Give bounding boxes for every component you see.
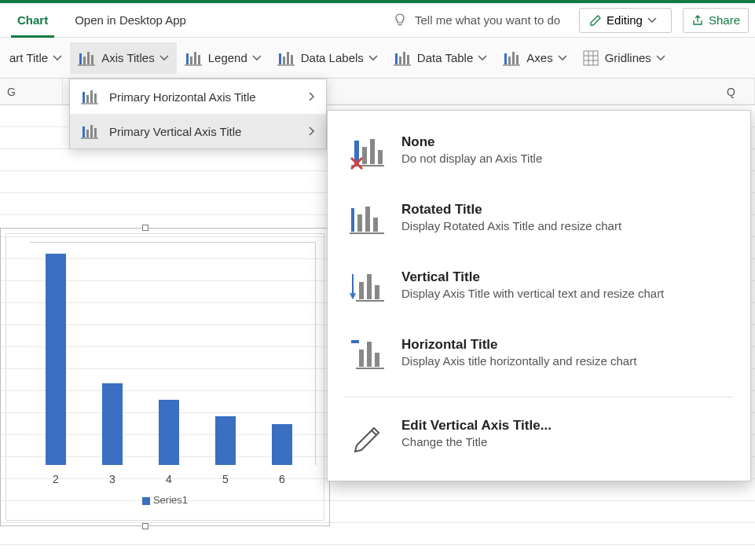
chevron-right-icon xyxy=(309,92,315,101)
chart-x-label: 3 xyxy=(109,473,115,485)
data-table-icon xyxy=(394,50,411,66)
pencil-icon xyxy=(589,14,602,27)
svg-rect-19 xyxy=(373,218,378,232)
data-labels-icon xyxy=(277,50,295,66)
gridlines-label: Gridlines xyxy=(605,51,651,64)
svg-rect-26 xyxy=(359,350,364,367)
chart-title-button[interactable]: art Title xyxy=(2,42,70,74)
menu-item-label: Primary Horizontal Axis Title xyxy=(109,90,256,104)
data-labels-label: Data Labels xyxy=(301,51,364,64)
axes-label: Axes xyxy=(526,51,552,64)
data-table-label: Data Table xyxy=(417,51,473,64)
share-icon xyxy=(691,14,704,27)
editing-label: Editing xyxy=(607,13,643,27)
chart-object[interactable]: 23456 Series1 xyxy=(0,228,330,526)
option-desc: Display Axis title horizontally and resi… xyxy=(401,354,636,368)
chart-bar xyxy=(46,254,66,465)
option-desc: Change the Title xyxy=(401,435,552,448)
svg-rect-23 xyxy=(375,285,379,299)
tab-chart[interactable]: Chart xyxy=(6,3,59,38)
axes-icon xyxy=(503,50,520,66)
vertical-axis-title-flyout: None Do not display an Axis Title Rotate… xyxy=(327,110,751,481)
menu-item-label: Primary Vertical Axis Title xyxy=(109,125,241,138)
option-title: Edit Vertical Axis Title... xyxy=(401,418,552,434)
chevron-down-icon xyxy=(53,55,62,61)
chart-bar xyxy=(159,400,179,465)
axes-button[interactable]: Axes xyxy=(495,42,574,74)
option-title: Rotated Title xyxy=(401,202,621,218)
tell-me-search[interactable]: Tell me what you want to do xyxy=(393,13,560,27)
legend-button[interactable]: Legend xyxy=(177,42,269,74)
tell-me-label: Tell me what you want to do xyxy=(415,13,560,27)
chart-bar xyxy=(215,416,236,465)
svg-rect-28 xyxy=(375,353,379,367)
resize-handle-bottom[interactable] xyxy=(142,523,148,529)
option-none[interactable]: None Do not display an Axis Title xyxy=(328,120,750,188)
gridlines-icon xyxy=(583,50,599,66)
option-rotated[interactable]: Rotated Title Display Rotated Axis Title… xyxy=(328,188,750,255)
horizontal-icon xyxy=(348,337,387,376)
svg-rect-17 xyxy=(357,214,362,232)
chart-x-label: 6 xyxy=(279,473,285,485)
separator xyxy=(345,397,733,397)
option-edit-title[interactable]: Edit Vertical Axis Title... Change the T… xyxy=(328,404,750,471)
svg-rect-16 xyxy=(351,208,354,232)
bars-icon xyxy=(81,123,98,139)
gridlines-button[interactable]: Gridlines xyxy=(575,42,673,74)
legend-label: Series1 xyxy=(153,494,188,506)
chart-canvas xyxy=(30,242,316,465)
tab-row: Chart Open in Desktop App Tell me what y… xyxy=(0,3,755,38)
chart-x-label: 5 xyxy=(222,473,229,485)
svg-rect-13 xyxy=(370,139,375,164)
vertical-icon xyxy=(348,269,387,309)
chart-x-label: 4 xyxy=(166,473,172,485)
none-icon xyxy=(348,134,387,174)
option-desc: Do not display an Axis Title xyxy=(401,152,542,165)
column-header-q[interactable]: Q xyxy=(708,79,755,104)
axis-titles-button[interactable]: Axis Titles xyxy=(70,42,177,74)
data-table-button[interactable]: Data Table xyxy=(386,42,495,74)
axis-titles-menu: Primary Horizontal Axis Title Primary Ve… xyxy=(69,79,327,149)
data-labels-button[interactable]: Data Labels xyxy=(269,42,386,74)
option-vertical[interactable]: Vertical Title Display Axis Title with v… xyxy=(328,255,750,323)
svg-rect-14 xyxy=(378,150,383,164)
share-label: Share xyxy=(709,13,740,27)
rotated-icon xyxy=(348,202,387,241)
pencil-icon xyxy=(348,418,387,457)
chevron-down-icon xyxy=(159,55,169,61)
chevron-down-icon xyxy=(478,55,487,61)
svg-rect-22 xyxy=(367,274,372,299)
svg-rect-6 xyxy=(584,51,598,65)
axis-titles-label: Axis Titles xyxy=(101,51,155,64)
svg-rect-25 xyxy=(351,340,359,343)
legend-icon xyxy=(185,50,202,66)
option-title: None xyxy=(401,134,542,150)
chart-title-label: art Title xyxy=(9,51,48,64)
open-in-desktop-button[interactable]: Open in Desktop App xyxy=(75,3,186,38)
option-desc: Display Axis Title with vertical text an… xyxy=(401,287,664,300)
resize-handle-top[interactable] xyxy=(142,225,148,231)
option-desc: Display Rotated Axis Title and resize ch… xyxy=(401,219,621,232)
option-horizontal[interactable]: Horizontal Title Display Axis title hori… xyxy=(328,323,750,390)
option-title: Horizontal Title xyxy=(401,337,636,353)
chevron-down-icon xyxy=(558,55,567,61)
menu-item-primary-horizontal[interactable]: Primary Horizontal Axis Title xyxy=(70,79,326,114)
menu-item-primary-vertical[interactable]: Primary Vertical Axis Title xyxy=(70,114,326,148)
svg-rect-12 xyxy=(362,147,367,164)
chart-legend: Series1 xyxy=(6,494,324,506)
chevron-down-icon xyxy=(252,55,262,61)
chart-plot-area[interactable]: 23456 Series1 xyxy=(5,233,324,521)
chart-x-label: 2 xyxy=(53,473,59,485)
lightbulb-icon xyxy=(393,13,407,27)
editing-mode-button[interactable]: Editing xyxy=(579,8,672,33)
share-button[interactable]: Share xyxy=(683,8,749,33)
legend-swatch xyxy=(142,497,150,505)
chart-bar xyxy=(272,424,292,465)
svg-rect-18 xyxy=(365,207,370,232)
chart-bar xyxy=(102,383,123,465)
axis-titles-icon xyxy=(78,50,95,66)
column-header-g[interactable]: G xyxy=(0,79,63,104)
option-title: Vertical Title xyxy=(401,269,664,285)
bars-icon xyxy=(81,89,98,104)
svg-rect-27 xyxy=(367,342,372,367)
